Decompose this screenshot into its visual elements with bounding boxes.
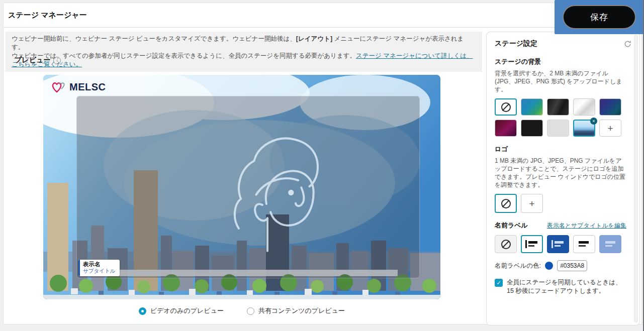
logo-options-row: + — [495, 194, 631, 213]
settings-title: ステージ設定 — [495, 39, 537, 48]
brand-name: MELSC — [69, 81, 106, 93]
logo-heading: ロゴ — [495, 145, 631, 154]
color-hex-input[interactable] — [557, 260, 587, 271]
name-label-style-row — [495, 235, 631, 253]
save-button[interactable]: 保存 — [563, 5, 636, 29]
layout-menu-ref: [レイアウト] — [296, 35, 332, 42]
logo-upload-button[interactable]: + — [521, 194, 543, 213]
background-options-row-2: × + — [495, 120, 631, 137]
radio-video-only[interactable]: ビデオのみのプレビュー — [139, 306, 224, 315]
prohibit-icon — [501, 240, 511, 249]
bg-option-navy-purple-gradient[interactable] — [599, 98, 621, 116]
face-placeholder-icon — [228, 127, 336, 260]
melsc-heart-icon — [51, 80, 66, 93]
refresh-icon[interactable] — [624, 40, 631, 48]
stage-preview[interactable]: MELSC 表示名 サブタイトル — [43, 75, 440, 299]
video-placeholder-area[interactable] — [76, 96, 420, 278]
info-banner: ウェビナー開始前に、ウェビナー ステージ ビューをカスタマイズできます。ウェビナ… — [6, 32, 482, 72]
edit-display-name-link[interactable]: 表示名とサブタイトルを編集 — [547, 222, 626, 230]
name-label-color-label: 名前ラベルの色: — [495, 262, 541, 270]
bg-option-blue-green-gradient[interactable] — [521, 98, 543, 116]
name-label-heading: 名前ラベル — [495, 221, 528, 230]
nl-style-left-bar-light[interactable] — [521, 235, 543, 253]
remove-background-icon[interactable]: × — [590, 118, 597, 125]
preview-mode-radios: ビデオのみのプレビュー 共有コンテンツのプレビュー — [43, 306, 440, 315]
stage-manager-window: ステージ マネージャー ウェビナー開始前に、ウェビナー ステージ ビューをカスタ… — [3, 3, 642, 324]
save-button-highlight: 保存 — [555, 0, 644, 34]
bg-option-magenta-gradient[interactable] — [495, 120, 517, 137]
preview-heading: プレビュー i — [15, 56, 61, 65]
banner-line-2: ウェビナーでは、すべての参加者が同じステージ設定を表示できるように、全員のステー… — [12, 52, 476, 69]
page-title: ステージ マネージャー — [8, 11, 87, 20]
plus-icon: + — [607, 124, 613, 133]
background-options-row-1 — [495, 98, 631, 116]
nl-style-left-bar-blue[interactable] — [547, 235, 569, 253]
color-swatch[interactable] — [545, 262, 553, 270]
banner-line-1: ウェビナー開始前に、ウェビナー ステージ ビューをカスタマイズできます。ウェビナ… — [12, 35, 476, 52]
nl-style-none[interactable] — [495, 235, 517, 253]
logo-description: 1 MB 未満の JPG、JPEG、PNG ファイルをアップロードすることで、ス… — [495, 157, 626, 189]
bg-option-light-silk[interactable] — [573, 98, 595, 116]
header: ステージ マネージャー — [4, 3, 641, 28]
brand-logo: MELSC — [51, 80, 106, 93]
subtitle-text: サブタイトル — [83, 268, 115, 274]
info-icon[interactable]: i — [53, 57, 61, 64]
radio-shared-content[interactable]: 共有コンテンツのプレビュー — [247, 306, 345, 315]
nl-style-lines-light[interactable] — [573, 235, 595, 253]
sync-fadeout-label: 全員にステージを同期しているときは、15 秒後にフェードアウトします。 — [507, 278, 628, 295]
left-bar-blue-label-icon — [551, 240, 565, 248]
prohibit-icon — [501, 199, 511, 208]
bg-option-black[interactable] — [521, 120, 543, 137]
display-name-text: 表示名 — [83, 261, 115, 268]
solid-label-icon — [604, 240, 617, 248]
background-heading: ステージの背景 — [495, 57, 631, 66]
name-label-chip[interactable]: 表示名 サブタイトル — [78, 260, 120, 276]
bg-upload-button[interactable]: + — [599, 120, 621, 137]
bg-option-dark-wave[interactable] — [547, 98, 569, 116]
logo-option-none[interactable] — [495, 194, 517, 213]
radio-unselected-icon[interactable] — [247, 307, 254, 315]
nl-style-solid-light-blue[interactable] — [599, 235, 621, 253]
checkbox-checked-icon[interactable]: ✓ — [495, 279, 503, 287]
bg-option-none[interactable] — [495, 98, 517, 116]
panel-scrollbar[interactable] — [634, 35, 638, 322]
radio-video-only-label: ビデオのみのプレビュー — [150, 306, 224, 315]
name-label-color-row: 名前ラベルの色: — [495, 260, 631, 271]
prohibit-icon — [501, 102, 511, 112]
stage-settings-panel: ステージ設定 ステージの背景 背景を選択するか、2 MB 未満のファイル (JP… — [486, 32, 640, 325]
radio-shared-content-label: 共有コンテンツのプレビュー — [258, 306, 345, 315]
bg-option-light-gray[interactable] — [547, 120, 569, 137]
lines-label-icon — [578, 240, 591, 248]
plus-icon: + — [529, 199, 534, 208]
background-description: 背景を選択するか、2 MB 未満のファイル (JPG、JPEG、PNG 形式) … — [495, 69, 626, 93]
sync-fadeout-row: ✓ 全員にステージを同期しているときは、15 秒後にフェードアウトします。 — [495, 278, 628, 295]
bg-option-city-skyline[interactable]: × — [573, 120, 595, 137]
radio-selected-icon[interactable] — [139, 307, 146, 315]
left-bar-label-icon — [525, 240, 538, 248]
